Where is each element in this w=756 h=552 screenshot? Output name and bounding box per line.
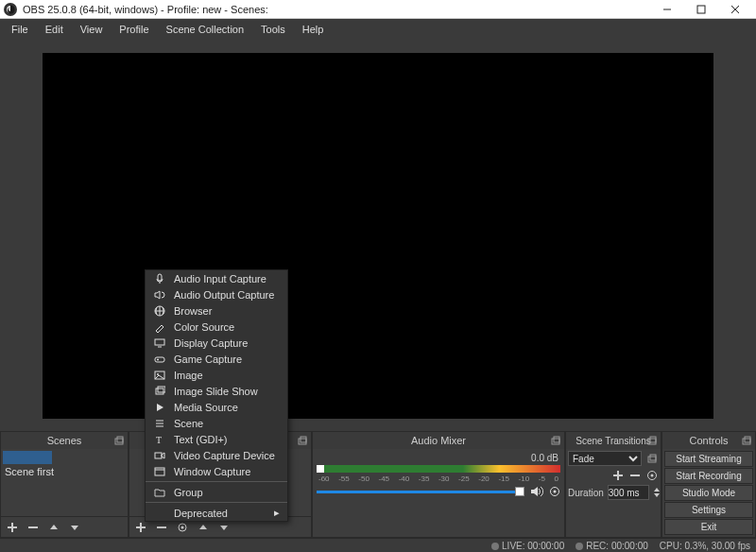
mixer-ticks: -60-55-50-45-40-35-30-25-20-15-10-50 xyxy=(317,474,560,484)
workspace: Scenes Scene first Sources xyxy=(0,40,756,552)
ctx-scene[interactable]: Scene xyxy=(146,415,287,431)
speaker-icon[interactable] xyxy=(530,486,543,497)
scenes-toolbar xyxy=(1,516,128,537)
maximize-button[interactable] xyxy=(684,0,718,19)
transitions-panel: Scene Transitions Fade Duration xyxy=(565,431,662,538)
studio-mode-button[interactable]: Studio Mode xyxy=(664,485,753,501)
minimize-button[interactable] xyxy=(650,0,684,19)
ctx-group[interactable]: Group xyxy=(146,484,287,500)
duration-label: Duration xyxy=(568,488,604,498)
ctx-image-slide-show[interactable]: Image Slide Show xyxy=(146,383,287,399)
duration-input[interactable] xyxy=(608,485,649,500)
duration-stepper[interactable] xyxy=(653,486,661,499)
ctx-media-source[interactable]: Media Source xyxy=(146,399,287,415)
menu-scene-collection[interactable]: Scene Collection xyxy=(159,22,252,37)
ctx-deprecated[interactable]: Deprecated▸ xyxy=(146,505,287,521)
dock-icon[interactable] xyxy=(740,434,753,447)
start-recording-button[interactable]: Start Recording xyxy=(664,468,753,484)
svg-rect-30 xyxy=(743,439,750,444)
remove-transition-button[interactable] xyxy=(628,469,642,482)
svg-point-20 xyxy=(554,491,557,493)
move-down-button[interactable] xyxy=(67,520,82,535)
start-streaming-button[interactable]: Start Streaming xyxy=(664,451,753,467)
svg-rect-35 xyxy=(155,357,164,362)
svg-rect-41 xyxy=(158,387,165,392)
svg-rect-10 xyxy=(299,439,306,444)
add-transition-button[interactable] xyxy=(611,469,625,482)
svg-rect-17 xyxy=(552,439,559,444)
svg-point-29 xyxy=(651,474,654,477)
dock-icon[interactable] xyxy=(112,434,126,447)
obs-logo-icon xyxy=(4,3,17,16)
dock-icon[interactable] xyxy=(296,434,309,447)
ctx-window-capture[interactable]: Window Capture xyxy=(146,463,287,479)
menu-edit[interactable]: Edit xyxy=(38,22,71,37)
move-up-button[interactable] xyxy=(46,520,61,535)
camera-icon xyxy=(153,450,166,461)
ctx-image[interactable]: Image xyxy=(146,367,287,383)
mixer-db: 0.0 dB xyxy=(531,453,558,463)
menu-profile[interactable]: Profile xyxy=(112,22,156,37)
mixer-title: Audio Mixer xyxy=(317,435,560,446)
svg-rect-31 xyxy=(745,437,750,442)
audio-meter xyxy=(317,465,560,473)
menu-tools[interactable]: Tools xyxy=(253,22,293,37)
svg-rect-22 xyxy=(650,437,656,442)
svg-rect-40 xyxy=(156,388,163,394)
rec-dot-icon xyxy=(576,543,583,550)
status-cpu: CPU: 0.3%, 30.00 fps xyxy=(660,541,750,551)
audio-mixer-panel: Audio Mixer 0.0 dB -60-55-50-45-40-35-30… xyxy=(312,431,565,538)
ctx-text-gdi-[interactable]: TText (GDI+) xyxy=(146,431,287,447)
scene-selection xyxy=(3,451,52,464)
brush-icon xyxy=(153,321,166,333)
close-button[interactable] xyxy=(718,0,752,19)
scenes-title: Scenes xyxy=(5,435,124,446)
transition-select[interactable]: Fade xyxy=(568,451,642,466)
gear-icon[interactable] xyxy=(645,469,659,482)
dock-icon[interactable] xyxy=(645,434,659,447)
svg-text:T: T xyxy=(156,435,162,445)
svg-point-16 xyxy=(181,526,184,528)
speaker-icon xyxy=(153,289,166,301)
settings-button[interactable]: Settings xyxy=(664,502,753,518)
ctx-video-capture-device[interactable]: Video Capture Device xyxy=(146,447,287,463)
exit-button[interactable]: Exit xyxy=(664,519,753,535)
status-live: LIVE: 00:00:00 xyxy=(502,541,564,551)
ctx-color-source[interactable]: Color Source xyxy=(146,319,287,335)
add-source-context-menu: Audio Input CaptureAudio Output CaptureB… xyxy=(145,269,288,522)
preview-canvas[interactable] xyxy=(43,53,713,419)
ctx-audio-output-capture[interactable]: Audio Output Capture xyxy=(146,286,287,302)
window-title: OBS 25.0.8 (64-bit, windows) - Profile: … xyxy=(23,4,650,15)
preview-area xyxy=(0,40,756,431)
play-icon xyxy=(153,402,166,413)
submenu-arrow-icon: ▸ xyxy=(274,507,280,519)
svg-rect-6 xyxy=(117,437,123,442)
menu-help[interactable]: Help xyxy=(295,22,332,37)
gamepad-icon xyxy=(153,354,166,365)
remove-scene-button[interactable] xyxy=(26,520,41,535)
menu-separator xyxy=(146,481,287,482)
titlebar: OBS 25.0.8 (64-bit, windows) - Profile: … xyxy=(0,0,756,19)
ctx-display-capture[interactable]: Display Capture xyxy=(146,335,287,351)
svg-rect-21 xyxy=(648,439,656,444)
add-scene-button[interactable] xyxy=(5,520,20,535)
dock-icon[interactable] xyxy=(549,434,562,447)
globe-icon xyxy=(153,305,166,317)
svg-rect-18 xyxy=(554,437,559,442)
svg-rect-5 xyxy=(115,439,123,444)
svg-rect-24 xyxy=(650,455,656,460)
svg-rect-33 xyxy=(155,339,164,345)
status-rec: REC: 00:00:00 xyxy=(586,541,648,551)
svg-rect-11 xyxy=(301,437,306,442)
ctx-audio-input-capture[interactable]: Audio Input Capture xyxy=(146,270,287,286)
controls-panel: Controls Start Streaming Start Recording… xyxy=(662,431,756,538)
menu-bar: File Edit View Profile Scene Collection … xyxy=(0,19,756,40)
ctx-game-capture[interactable]: Game Capture xyxy=(146,351,287,367)
window-icon xyxy=(153,466,166,477)
ctx-browser[interactable]: Browser xyxy=(146,302,287,319)
menu-view[interactable]: View xyxy=(73,22,111,37)
gear-icon[interactable] xyxy=(549,486,560,497)
menu-file[interactable]: File xyxy=(4,22,36,37)
dock-icon[interactable] xyxy=(645,452,659,465)
volume-slider[interactable] xyxy=(317,491,524,493)
